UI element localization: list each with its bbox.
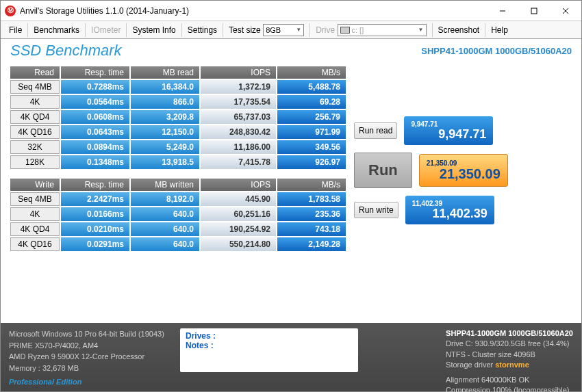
svg-rect-1 <box>531 8 537 14</box>
sys-os: Microsoft Windows 10 Pro 64-bit Build (1… <box>9 328 166 340</box>
drive-icon <box>340 27 350 34</box>
col-header: IOPS <box>201 66 276 79</box>
cell: 0.0608ms <box>61 110 129 124</box>
menu-screenshot[interactable]: Screenshot <box>433 23 486 37</box>
cell: 256.79 <box>277 110 346 124</box>
table-row: Seq 4MB2.2427ms8,192.0445.901,783.58 <box>10 192 346 206</box>
menubar: File Benchmarks IOmeter System Info Sett… <box>1 21 581 39</box>
col-header: Read <box>10 66 60 79</box>
cell: 248,830.42 <box>201 125 276 139</box>
device-name: SHPP41-1000GM 1000GB/51060A20 <box>421 46 572 56</box>
menu-systeminfo[interactable]: System Info <box>127 23 181 37</box>
cell: Seq 4MB <box>10 192 60 206</box>
drive-group: Drive c: [] ▼ <box>310 23 432 37</box>
cell: 0.1348ms <box>61 155 129 169</box>
edition-label: Professional Edition <box>9 376 166 388</box>
cell: 190,254.92 <box>201 222 276 236</box>
cell: 2,149.28 <box>277 237 346 251</box>
drv-comp: Compression 100% (Incompressible) <box>446 385 573 392</box>
col-header: Resp. time <box>61 179 129 191</box>
cell: 640.0 <box>131 237 199 251</box>
cell: 4K QD4 <box>10 110 60 124</box>
drv-fs: NTFS - Cluster size 4096B <box>446 350 573 360</box>
write-score: 11,402.39 11,402.39 <box>405 196 494 224</box>
read-score: 9,947.71 9,947.71 <box>404 116 493 145</box>
cell: 3,209.8 <box>131 110 199 124</box>
table-row: 128K0.1348ms13,918.57,415.78926.97 <box>10 155 346 169</box>
cell: 926.97 <box>277 155 346 169</box>
cell: 8,192.0 <box>131 192 199 206</box>
testsize-combo[interactable]: 8GB ▼ <box>263 24 304 36</box>
testsize-value: 8GB <box>266 26 281 34</box>
drive-label: Drive <box>316 25 335 35</box>
cell: 0.0210ms <box>61 222 129 236</box>
window-title: Anvil's Storage Utilities 1.1.0 (2014-Ja… <box>20 6 487 16</box>
table-row: 4K QD160.0291ms640.0550,214.802,149.28 <box>10 237 346 251</box>
cell: 0.0564ms <box>61 95 129 109</box>
table-row: 4K0.0166ms640.060,251.16235.36 <box>10 207 346 221</box>
maximize-button[interactable] <box>518 1 550 21</box>
footer: Microsoft Windows 10 Pro 64-bit Build (1… <box>1 323 581 391</box>
cell: 445.90 <box>201 192 276 206</box>
cell: 4K QD4 <box>10 222 60 236</box>
col-header: MB read <box>131 66 199 79</box>
drive-combo[interactable]: c: [] ▼ <box>338 24 427 36</box>
write-table: WriteResp. timeMB writtenIOPSMB/s Seq 4M… <box>9 177 347 252</box>
sys-mem: Memory : 32,678 MB <box>9 363 166 374</box>
cell: 13,918.5 <box>131 155 199 169</box>
drive-value: c: [] <box>352 26 364 34</box>
cell: 4K <box>10 95 60 109</box>
cell: 11,186.00 <box>201 140 276 154</box>
col-header: MB written <box>131 179 199 191</box>
col-header: MB/s <box>277 66 346 79</box>
table-row: 4K QD160.0643ms12,150.0248,830.42971.99 <box>10 125 346 139</box>
read-score-small: 9,947.71 <box>411 121 438 128</box>
menu-iometer[interactable]: IOmeter <box>86 23 127 37</box>
drv-align: Alignment 640000KB OK <box>446 375 573 385</box>
menu-help[interactable]: Help <box>485 23 514 37</box>
testsize-group: Test size 8GB ▼ <box>223 23 310 37</box>
notes-panel: Drives : Notes : <box>180 328 358 386</box>
menu-settings[interactable]: Settings <box>182 23 223 37</box>
col-header: IOPS <box>201 179 276 191</box>
cell: 128K <box>10 155 60 169</box>
system-info: Microsoft Windows 10 Pro 64-bit Build (1… <box>9 328 166 386</box>
cell: 65,737.03 <box>201 110 276 124</box>
total-score-big: 21,350.09 <box>440 167 501 181</box>
run-read-button[interactable]: Run read <box>354 122 397 139</box>
header: SSD Benchmark SHPP41-1000GM 1000GB/51060… <box>1 39 581 65</box>
cell: Seq 4MB <box>10 80 60 94</box>
cell: 971.99 <box>277 125 346 139</box>
close-button[interactable] <box>550 1 581 21</box>
menu-file[interactable]: File <box>3 23 28 37</box>
table-row: Seq 4MB0.7288ms16,384.01,372.195,488.78 <box>10 80 346 94</box>
col-header: MB/s <box>277 179 346 191</box>
cell: 7,415.78 <box>201 155 276 169</box>
cell: 16,384.0 <box>131 80 199 94</box>
notes-box[interactable]: Drives : Notes : <box>180 328 358 372</box>
sys-mobo: PRIME X570-P/4002, AM4 <box>9 340 166 352</box>
menu-benchmarks[interactable]: Benchmarks <box>28 23 86 37</box>
chevron-down-icon: ▼ <box>418 27 424 33</box>
drv-model: SHPP41-1000GM 1000GB/51060A20 <box>446 328 573 339</box>
table-row: 4K0.0564ms866.017,735.5469.28 <box>10 95 346 109</box>
cell: 640.0 <box>131 207 199 221</box>
cell: 0.0166ms <box>61 207 129 221</box>
col-header: Resp. time <box>61 66 129 79</box>
cell: 69.28 <box>277 95 346 109</box>
notes-drives: Drives : <box>186 331 353 341</box>
cell: 0.0291ms <box>61 237 129 251</box>
cell: 5,488.78 <box>277 80 346 94</box>
cell: 17,735.54 <box>201 95 276 109</box>
cell: 235.36 <box>277 207 346 221</box>
table-row: 4K QD40.0210ms640.0190,254.92743.18 <box>10 222 346 236</box>
cell: 1,372.19 <box>201 80 276 94</box>
app-icon: Ⓜ <box>5 5 16 16</box>
write-score-big: 11,402.39 <box>433 207 488 220</box>
cell: 0.0643ms <box>61 125 129 139</box>
cell: 4K QD16 <box>10 237 60 251</box>
run-button[interactable]: Run <box>354 153 412 188</box>
minimize-button[interactable] <box>487 1 518 21</box>
run-write-button[interactable]: Run write <box>354 202 398 218</box>
titlebar: Ⓜ Anvil's Storage Utilities 1.1.0 (2014-… <box>1 1 581 21</box>
